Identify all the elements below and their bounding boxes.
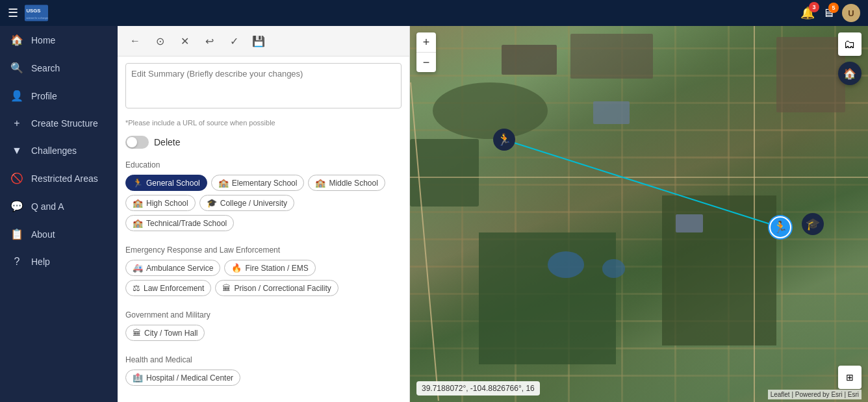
category-title-government-military: Government and Military <box>125 310 402 320</box>
category-education: Education🏃General School🏫Elementary Scho… <box>118 155 409 240</box>
editor-content: *Please include a URL of source when pos… <box>118 57 409 402</box>
high-school-label: High School <box>146 199 188 208</box>
about-icon: 📋 <box>10 228 23 240</box>
sidebar-item-challenges[interactable]: ▼Challenges <box>0 137 118 164</box>
sidebar-label-restricted-areas: Restricted Areas <box>31 173 98 184</box>
sidebar-item-about[interactable]: 📋About <box>0 220 118 248</box>
main-layout: 🏠Home🔍Search👤Profile+Create Structure▼Ch… <box>0 26 868 402</box>
hospital-medical-center-icon: 🏥 <box>133 373 143 383</box>
tag-college-university[interactable]: 🎓College / University <box>199 195 294 211</box>
sidebar-item-help[interactable]: ?Help <box>0 248 118 275</box>
tag-fire-station-ems[interactable]: 🔥Fire Station / EMS <box>224 260 315 276</box>
svg-text:USGS: USGS <box>26 8 40 14</box>
tag-middle-school[interactable]: 🏫Middle School <box>308 175 385 191</box>
sidebar-label-home: Home <box>31 35 55 45</box>
sidebar-label-about: About <box>31 229 55 240</box>
map-home-button[interactable]: 🏠 <box>838 62 862 85</box>
ambulance-service-label: Ambulance Service <box>146 264 213 273</box>
road-horizontal <box>410 177 868 178</box>
category-health-medical: Health and Medical🏥Hospital / Medical Ce… <box>118 350 409 395</box>
topbar-icons: 🔔 3 🖥 5 U <box>800 4 860 22</box>
fire-station-ems-label: Fire Station / EMS <box>245 264 308 273</box>
notification-bell[interactable]: 🔔 3 <box>800 6 815 20</box>
toggle-knob <box>127 137 137 147</box>
topbar: ☰ USGS science for a changing world 🔔 3 … <box>0 0 868 26</box>
category-title-health-medical: Health and Medical <box>125 355 402 364</box>
map-scale-button[interactable]: ⊞ <box>838 366 862 389</box>
tag-high-school[interactable]: 🏫High School <box>125 195 196 211</box>
college-university-label: College / University <box>220 199 287 208</box>
tags-row-emergency-response: 🚑Ambulance Service🔥Fire Station / EMS⚖La… <box>125 260 402 296</box>
sidebar-item-profile[interactable]: 👤Profile <box>0 82 118 110</box>
source-note: *Please include a URL of source when pos… <box>118 118 409 132</box>
general-school-icon: 🏃 <box>133 178 143 188</box>
hamburger-menu[interactable]: ☰ <box>8 6 18 20</box>
sidebar-label-q-and-a: Q and A <box>31 201 64 212</box>
sidebar-label-help: Help <box>31 257 50 267</box>
tag-ambulance-service[interactable]: 🚑Ambulance Service <box>125 260 220 276</box>
tag-hospital-medical-center[interactable]: 🏥Hospital / Medical Center <box>125 370 240 386</box>
tag-city-town-hall[interactable]: 🏛City / Town Hall <box>125 325 205 341</box>
technical-trade-school-label: Technical/Trade School <box>146 219 227 228</box>
tag-law-enforcement[interactable]: ⚖Law Enforcement <box>125 280 211 296</box>
create-structure-icon: + <box>10 118 23 129</box>
category-emergency-response: Emergency Response and Law Enforcement🚑A… <box>118 240 409 305</box>
category-title-emergency-response: Emergency Response and Law Enforcement <box>125 245 402 255</box>
monitor-icon[interactable]: 🖥 5 <box>823 6 834 20</box>
tags-row-education: 🏃General School🏫Elementary School🏫Middle… <box>125 175 402 231</box>
delete-row: Delete <box>118 132 409 155</box>
prison-correctional-label: Prison / Correctional Facility <box>234 284 331 293</box>
user-avatar[interactable]: U <box>842 4 860 22</box>
check-button[interactable]: ✓ <box>224 31 244 51</box>
location-button[interactable]: ⊙ <box>150 31 170 51</box>
cancel-button[interactable]: ✕ <box>175 31 194 51</box>
green-area <box>433 82 547 139</box>
ambulance-service-icon: 🚑 <box>133 263 143 273</box>
delete-label: Delete <box>154 137 180 147</box>
sidebar-item-home[interactable]: 🏠Home <box>0 26 118 54</box>
zoom-out-button[interactable]: − <box>416 53 436 72</box>
summary-input[interactable] <box>125 63 402 108</box>
usgs-logo: USGS science for a changing world <box>25 4 48 22</box>
notification-count: 3 <box>809 2 819 12</box>
map-attribution: Leaflet | Powered by Esri | Esri <box>768 390 862 399</box>
tag-elementary-school[interactable]: 🏫Elementary School <box>211 175 305 191</box>
road-vertical <box>410 82 439 401</box>
park-area <box>479 232 617 364</box>
urban-block-1 <box>502 45 557 75</box>
map-layers-button[interactable]: 🗂 <box>838 32 862 56</box>
school-marker-active[interactable]: 🏃 <box>769 216 791 238</box>
law-enforcement-label: Law Enforcement <box>144 284 204 293</box>
map-area: 🏃 🏃 🎓 + − 🗂 🏠 ⊞ 39.7188072°, -104.882676… <box>410 26 868 402</box>
delete-toggle[interactable] <box>125 136 149 149</box>
elementary-school-label: Elementary School <box>232 179 298 188</box>
sidebar-item-search[interactable]: 🔍Search <box>0 54 118 82</box>
map-background: 🏃 🏃 🎓 <box>410 26 868 402</box>
monitor-count: 5 <box>828 3 839 13</box>
save-button[interactable]: 💾 <box>249 31 268 51</box>
back-button[interactable]: ← <box>125 31 145 51</box>
challenges-icon: ▼ <box>10 145 23 157</box>
high-school-icon: 🏫 <box>133 198 143 208</box>
zoom-in-button[interactable]: + <box>416 32 436 52</box>
hospital-medical-center-label: Hospital / Medical Center <box>146 373 233 383</box>
law-enforcement-icon: ⚖ <box>133 283 140 293</box>
middle-school-label: Middle School <box>329 179 377 188</box>
school-marker-1[interactable]: 🏃 <box>493 129 515 151</box>
profile-icon: 👤 <box>10 90 23 102</box>
q-and-a-icon: 💬 <box>10 200 23 212</box>
grad-marker[interactable]: 🎓 <box>802 213 824 235</box>
building-cluster <box>593 101 630 124</box>
map-coordinates: 39.7188072°, -104.8826766°, 16 <box>416 381 540 396</box>
tag-prison-correctional[interactable]: 🏛Prison / Correctional Facility <box>215 280 338 296</box>
categories-container: Education🏃General School🏫Elementary Scho… <box>118 155 409 395</box>
building-campus <box>676 214 703 233</box>
fire-station-ems-icon: 🔥 <box>231 263 242 273</box>
undo-button[interactable]: ↩ <box>199 31 219 51</box>
tag-general-school[interactable]: 🏃General School <box>125 175 207 191</box>
sidebar-item-restricted-areas[interactable]: 🚫Restricted Areas <box>0 164 118 192</box>
sidebar-item-q-and-a[interactable]: 💬Q and A <box>0 192 118 220</box>
prison-correctional-icon: 🏛 <box>222 283 231 293</box>
tag-technical-trade-school[interactable]: 🏫Technical/Trade School <box>125 215 234 231</box>
sidebar-item-create-structure[interactable]: +Create Structure <box>0 110 118 137</box>
